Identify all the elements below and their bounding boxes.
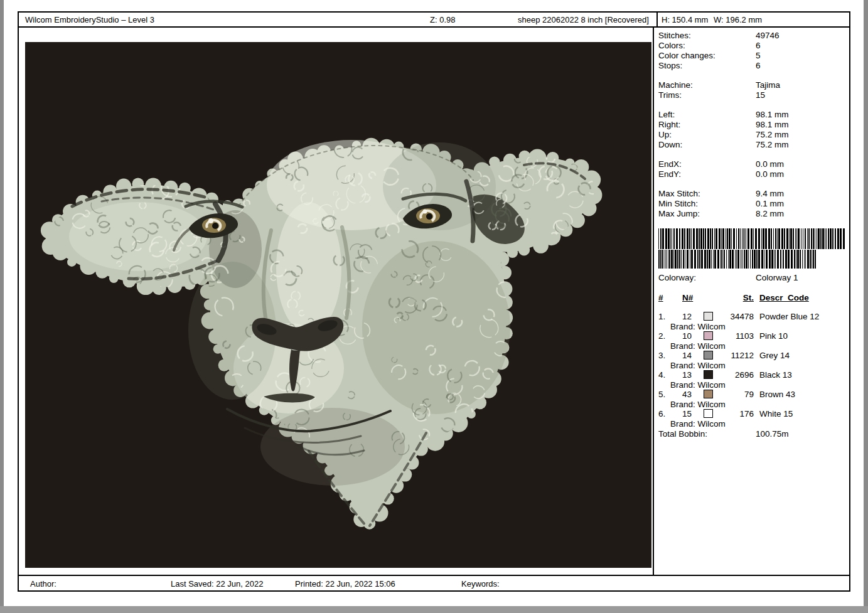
stat-group-stitches: Stitches:49746 Colors:6 Color changes:5 … — [658, 31, 847, 71]
header-n-number: N# — [682, 293, 704, 303]
stat-value: 15 — [756, 90, 765, 100]
color-table: #N#St.Descr_Code 1.1234478Powder Blue 12… — [658, 293, 847, 439]
brand-label: Brand: Wilcom — [658, 400, 847, 409]
brand-label: Brand: Wilcom — [658, 419, 847, 429]
stat-label: Stitches: — [658, 31, 756, 41]
window-edge-left — [0, 0, 4, 613]
brand-label: Brand: Wilcom — [658, 361, 847, 370]
keywords-label: Keywords: — [461, 579, 500, 589]
design-width-readout: W: 196.2 mm — [714, 15, 762, 24]
stat-value: 75.2 mm — [756, 140, 789, 150]
colorway-row: Colorway:Colorway 1 — [658, 273, 847, 283]
color-table-header: #N#St.Descr_Code — [658, 293, 847, 303]
author-label: Author: — [30, 579, 56, 589]
color-swatch — [704, 351, 713, 360]
stat-label: Min Stitch: — [658, 199, 756, 209]
stat-label: Machine: — [658, 80, 756, 90]
stat-group-extents: Left:98.1 mm Right:98.1 mm Up:75.2 mm Do… — [658, 110, 847, 150]
color-description: White 15 — [754, 409, 793, 419]
sheep-embroidery-design — [25, 42, 651, 568]
footer-bar: Author: Last Saved: 22 Jun, 2022 Printed… — [19, 575, 849, 590]
design-info-panel: Stitches:49746 Colors:6 Color changes:5 … — [653, 28, 849, 575]
color-row: 3.1411212Grey 14 — [658, 351, 847, 361]
thread-number: 15 — [682, 409, 704, 419]
stat-value: 75.2 mm — [756, 130, 789, 140]
stat-label: Up: — [658, 130, 756, 140]
color-row: 4.132696Black 13 — [658, 370, 847, 380]
design-canvas — [25, 42, 651, 568]
printed-text: Printed: 22 Jun, 2022 15:06 — [295, 579, 395, 589]
color-row: 1.1234478Powder Blue 12 — [658, 312, 847, 322]
stitch-count: 176 — [722, 409, 754, 419]
main-area: Stitches:49746 Colors:6 Color changes:5 … — [19, 28, 849, 575]
header-stitches: St. — [722, 293, 754, 303]
stitch-count: 11212 — [722, 351, 754, 361]
color-swatch — [704, 312, 713, 321]
color-swatch — [704, 409, 713, 418]
stat-group-stitch-limits: Max Stitch:9.4 mm Min Stitch:0.1 mm Max … — [658, 189, 847, 219]
stitch-count: 1103 — [722, 331, 754, 341]
zoom-level: Z: 0.98 — [430, 15, 455, 24]
stat-value: Tajima — [756, 80, 780, 90]
thread-number: 13 — [682, 370, 704, 380]
color-description: Pink 10 — [754, 331, 788, 341]
window-edge-right — [864, 0, 868, 613]
brand-label: Brand: Wilcom — [658, 341, 847, 351]
stat-label: Down: — [658, 140, 756, 150]
stat-label: Right: — [658, 120, 756, 130]
stat-label: Max Jump: — [658, 209, 756, 219]
thread-number: 43 — [682, 390, 704, 400]
stat-label: EndY: — [658, 169, 756, 179]
color-row: 2.101103Pink 10 — [658, 331, 847, 341]
design-barcode — [658, 228, 847, 269]
canvas-cell — [19, 28, 653, 575]
stat-label: Colors: — [658, 41, 756, 51]
total-bobbin-value: 100.75m — [756, 429, 789, 439]
color-row: 5.4379Brown 43 — [658, 390, 847, 400]
color-index: 3. — [658, 351, 682, 361]
brand-label: Brand: Wilcom — [658, 380, 847, 390]
stat-label: Left: — [658, 110, 756, 120]
stat-value: 98.1 mm — [756, 120, 789, 130]
app-title: Wilcom EmbroideryStudio – Level 3 — [25, 15, 154, 24]
thread-number: 10 — [682, 331, 704, 341]
header-descr-code: Descr_Code — [754, 293, 809, 303]
design-height-readout: H: 150.4 mm — [662, 15, 708, 24]
stat-value: 0.1 mm — [756, 199, 784, 209]
total-bobbin-label: Total Bobbin: — [658, 429, 756, 439]
stat-value: 6 — [756, 41, 761, 51]
color-index: 1. — [658, 312, 682, 322]
color-row: 6.15176White 15 — [658, 409, 847, 419]
thread-number: 14 — [682, 351, 704, 361]
color-swatch — [704, 390, 713, 398]
stat-group-end: EndX:0.0 mm EndY:0.0 mm — [658, 159, 847, 179]
thread-number: 12 — [682, 312, 704, 322]
header-divider — [656, 13, 658, 26]
last-saved-text: Last Saved: 22 Jun, 2022 — [171, 579, 263, 589]
stat-label: EndX: — [658, 159, 756, 169]
color-index: 5. — [658, 390, 682, 400]
stat-label: Trims: — [658, 90, 756, 100]
color-description: Brown 43 — [754, 390, 795, 400]
stitch-count: 34478 — [722, 312, 754, 322]
colorway-label: Colorway: — [658, 273, 756, 283]
brand-label: Brand: Wilcom — [658, 322, 847, 331]
stitch-count: 79 — [722, 390, 754, 400]
stat-value: 9.4 mm — [756, 189, 784, 199]
stat-value: 8.2 mm — [756, 209, 784, 219]
header-index: # — [658, 293, 682, 303]
color-index: 2. — [658, 331, 682, 341]
color-index: 6. — [658, 409, 682, 419]
stat-value: 0.0 mm — [756, 169, 784, 179]
stat-label: Color changes: — [658, 51, 756, 61]
barcode-row-1 — [658, 228, 847, 249]
stat-value: 98.1 mm — [756, 110, 789, 120]
color-description: Grey 14 — [754, 351, 790, 361]
total-bobbin-row: Total Bobbin:100.75m — [658, 429, 847, 439]
document-title: sheep 22062022 8 inch [Recovered] — [518, 15, 649, 24]
stat-value: 6 — [756, 61, 761, 71]
stat-value: 49746 — [756, 31, 780, 41]
window-edge-bottom — [0, 606, 868, 613]
color-swatch — [704, 370, 713, 379]
stat-label: Stops: — [658, 61, 756, 71]
